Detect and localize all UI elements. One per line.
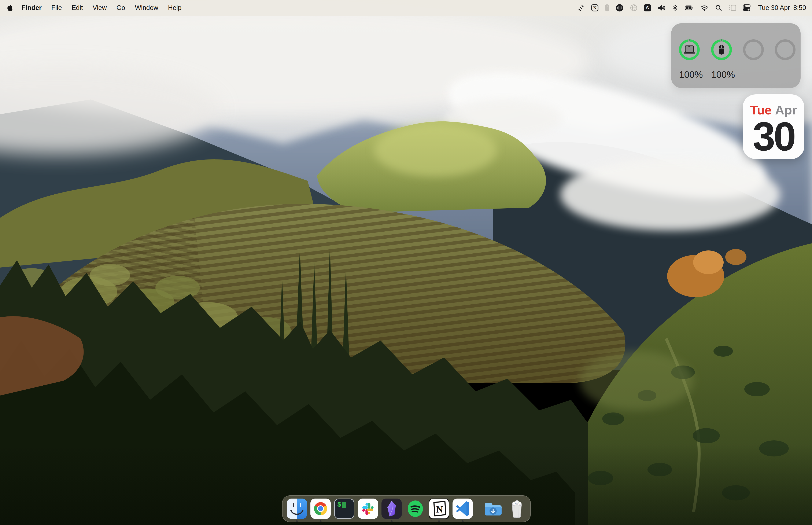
- battery-widget[interactable]: 100% 100%: [671, 23, 800, 88]
- wifi-icon[interactable]: [700, 3, 709, 13]
- vscode-icon: [453, 498, 473, 519]
- menu-file[interactable]: File: [51, 4, 62, 12]
- apple-menu-icon[interactable]: [7, 4, 14, 12]
- terminal-cursor: [342, 502, 346, 508]
- dock-item-trash-full[interactable]: [507, 498, 527, 519]
- s-letter: S: [646, 5, 649, 10]
- dock-item-obsidian[interactable]: [382, 498, 402, 519]
- trash-full-icon: [507, 498, 527, 519]
- battery-ring-mouse: [711, 39, 732, 60]
- bluetooth-icon[interactable]: [672, 3, 678, 13]
- menu-bar: Finder File Edit View Go Window Help: [0, 0, 812, 16]
- laptop-icon: [683, 45, 695, 55]
- active-app-menu[interactable]: Finder: [21, 4, 42, 12]
- dock-item-visual-studio-code[interactable]: [453, 498, 473, 519]
- battery-ring-laptop: [679, 39, 700, 60]
- notion-menu-icon[interactable]: N: [591, 3, 599, 13]
- notion-icon: N: [429, 498, 449, 519]
- running-indicator: [391, 520, 393, 522]
- globe-icon[interactable]: [630, 3, 638, 13]
- mouse-icon: [719, 45, 724, 55]
- dock: $: [282, 495, 531, 522]
- striped-arrow-app-icon[interactable]: [577, 3, 585, 13]
- clock-time: 8:50: [793, 4, 806, 12]
- battery-ring-empty: [775, 39, 796, 60]
- mouse-device-icon[interactable]: [605, 3, 609, 13]
- obsidian-icon: [382, 498, 402, 519]
- battery-percent-mouse: 100%: [711, 70, 732, 80]
- calendar-day: 30: [753, 118, 794, 155]
- notion-letter: N: [593, 5, 597, 10]
- volume-icon[interactable]: [657, 3, 665, 13]
- menu-edit[interactable]: Edit: [72, 4, 83, 12]
- dock-item-google-chrome[interactable]: [310, 498, 331, 519]
- dock-item-finder[interactable]: [287, 498, 307, 519]
- slack-icon: [358, 498, 378, 519]
- control-center-icon[interactable]: [743, 3, 750, 13]
- spotify-icon: [405, 498, 426, 519]
- menu-view[interactable]: View: [93, 4, 107, 12]
- running-indicator: [438, 520, 440, 522]
- calendar-widget[interactable]: Tue Apr 30: [742, 94, 805, 159]
- running-indicator: [320, 520, 322, 522]
- clock-date: Tue 30 Apr: [758, 4, 790, 12]
- menubar-clock[interactable]: Tue 30 Apr 8:50: [758, 4, 806, 12]
- terminal-prompt: $: [337, 501, 341, 509]
- downloads-folder-icon: [483, 498, 503, 519]
- battery-percent-laptop: 100%: [679, 70, 700, 80]
- chrome-icon: [310, 498, 331, 519]
- menu-help[interactable]: Help: [168, 4, 181, 12]
- battery-charging-icon[interactable]: [685, 3, 694, 13]
- running-indicator: [462, 520, 464, 522]
- desktop: Finder File Edit View Go Window Help: [0, 0, 812, 525]
- battery-ring-empty: [743, 39, 764, 60]
- dock-item-downloads-folder[interactable]: [483, 498, 503, 519]
- spotlight-search-icon[interactable]: [715, 3, 722, 13]
- dock-item-spotify[interactable]: [405, 498, 426, 519]
- terminal-icon: $: [334, 498, 354, 519]
- dock-item-slack[interactable]: [358, 498, 378, 519]
- menu-go[interactable]: Go: [117, 4, 125, 12]
- running-indicator: [296, 520, 298, 522]
- stage-manager-icon[interactable]: [729, 3, 736, 13]
- krisp-waveform-icon[interactable]: [615, 3, 624, 13]
- menu-window[interactable]: Window: [135, 4, 158, 12]
- finder-icon: [287, 498, 307, 519]
- ring-notch: [688, 39, 690, 42]
- dock-item-terminal[interactable]: $: [334, 498, 354, 519]
- s-app-icon[interactable]: S: [644, 3, 651, 13]
- svg-text:N: N: [436, 504, 443, 515]
- ring-notch: [720, 39, 722, 42]
- dock-item-notion[interactable]: N: [429, 498, 449, 519]
